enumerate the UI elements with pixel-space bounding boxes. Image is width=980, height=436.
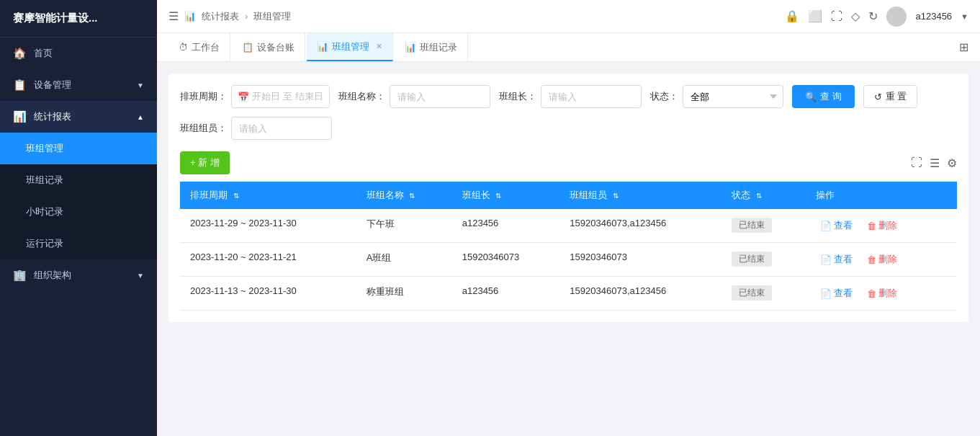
tab-workbench[interactable]: ⏱ 工作台: [168, 33, 230, 61]
sidebar-item-label: 设备管理: [34, 79, 71, 92]
refresh-icon[interactable]: ↻: [868, 9, 878, 23]
col-actions-label: 操作: [816, 190, 835, 200]
cell-members: 15920346073: [559, 243, 721, 277]
add-label: + 新 增: [190, 156, 220, 169]
reset-label: 重 置: [886, 90, 907, 103]
schedule-label: 排班周期：: [180, 90, 227, 103]
tab-close-icon[interactable]: ✕: [376, 42, 382, 51]
cell-actions: 📄 查看 🗑 删除: [806, 243, 957, 277]
tabs-grid-icon[interactable]: ⊞: [959, 40, 968, 54]
chevron-down-icon[interactable]: ▼: [961, 12, 968, 21]
sidebar-item-hour-record[interactable]: 小时记录: [0, 196, 157, 228]
delete-label: 删除: [878, 219, 897, 232]
cell-leader: a123456: [452, 209, 560, 243]
table-row: 2023-11-13 ~ 2023-11-30 称重班组 a123456 159…: [180, 277, 957, 311]
sidebar: 赛摩智能计量设... 🏠 首页 📋 设备管理 ▼ 📊 统计报表 ▲ 班组管理 班…: [0, 0, 157, 436]
sort-members-icon[interactable]: ⇅: [613, 192, 619, 200]
cell-name: 称重班组: [356, 277, 452, 311]
leader-input[interactable]: [541, 85, 642, 108]
leader-label: 班组长：: [499, 90, 536, 103]
view-label: 查看: [834, 219, 853, 232]
lock-icon[interactable]: 🔒: [785, 9, 799, 23]
tab-device-account[interactable]: 📋 设备台账: [232, 33, 305, 61]
header: ☰ 📊 统计报表 › 班组管理 🔒 ⬜ ⛶ ◇ ↻ a123456 ▼: [157, 0, 980, 33]
member-label: 班组组员：: [180, 122, 227, 135]
breadcrumb-separator: ›: [245, 11, 248, 22]
sidebar-item-home[interactable]: 🏠 首页: [0, 37, 157, 69]
sidebar-item-run-record[interactable]: 运行记录: [0, 228, 157, 259]
search-icon: 🔍: [805, 92, 817, 102]
add-button[interactable]: + 新 增: [180, 151, 230, 174]
sidebar-item-shift-record[interactable]: 班组记录: [0, 164, 157, 196]
breadcrumb-current-label: 班组管理: [253, 10, 291, 23]
col-actions: 操作: [806, 182, 957, 209]
tab-workbench-label: 工作台: [192, 41, 220, 54]
view-button[interactable]: 📄 查看: [816, 285, 857, 301]
cell-leader: a123456: [452, 277, 560, 311]
table-body: 2023-11-29 ~ 2023-11-30 下午班 a123456 1592…: [180, 209, 957, 311]
delete-button[interactable]: 🗑 删除: [863, 218, 902, 233]
user-name[interactable]: a123456: [915, 11, 952, 22]
name-label: 班组名称：: [338, 90, 385, 103]
name-input[interactable]: [390, 85, 490, 108]
breadcrumb-menu-icon[interactable]: ☰: [168, 9, 179, 23]
avatar: [886, 6, 907, 27]
col-schedule: 排班周期 ⇅: [180, 182, 356, 209]
expand-table-icon[interactable]: ⛶: [911, 156, 922, 169]
cell-status: 已结束: [721, 209, 806, 243]
col-members: 班组组员 ⇅: [559, 182, 721, 209]
status-select[interactable]: 全部 进行中 已结束: [683, 85, 783, 108]
sidebar-item-device-mgmt[interactable]: 📋 设备管理 ▼: [0, 69, 157, 101]
view-icon: 📄: [820, 221, 832, 231]
tab-shift-record[interactable]: 📊 班组记录: [395, 33, 468, 61]
member-input[interactable]: [231, 117, 332, 140]
cell-schedule: 2023-11-29 ~ 2023-11-30: [180, 209, 356, 243]
col-status-label: 状态: [732, 190, 750, 200]
sidebar-item-label: 首页: [34, 47, 53, 60]
sidebar-item-stats-report[interactable]: 📊 统计报表 ▲: [0, 101, 157, 133]
tab-device-account-label: 设备台账: [257, 41, 295, 54]
tab-shift-mgmt[interactable]: 📊 班组管理 ✕: [307, 33, 393, 61]
reset-button[interactable]: ↺ 重 置: [863, 85, 918, 108]
cell-actions: 📄 查看 🗑 删除: [806, 277, 957, 311]
cell-schedule: 2023-11-20 ~ 2023-11-21: [180, 243, 356, 277]
content-area: 排班周期： 📅 开始日 至 结束日 班组名称： 班组长：: [157, 62, 980, 436]
query-button[interactable]: 🔍 查 询: [792, 85, 855, 108]
diamond-icon[interactable]: ◇: [851, 9, 860, 23]
cell-name: A班组: [356, 243, 452, 277]
sidebar-item-shift-mgmt[interactable]: 班组管理: [0, 133, 157, 164]
cell-members: 15920346073,a123456: [559, 209, 721, 243]
query-label: 查 询: [820, 90, 842, 103]
columns-icon[interactable]: ☰: [930, 156, 940, 170]
col-members-label: 班组组员: [570, 190, 607, 200]
sort-status-icon[interactable]: ⇅: [756, 192, 762, 200]
sidebar-item-label: 组织架构: [34, 269, 71, 282]
settings-icon[interactable]: ⚙: [947, 156, 957, 170]
table-header-row: 排班周期 ⇅ 班组名称 ⇅ 班组长 ⇅: [180, 182, 957, 209]
date-range-picker[interactable]: 📅 开始日 至 结束日: [231, 85, 330, 108]
device-icon: 📋: [13, 79, 27, 92]
delete-button[interactable]: 🗑 删除: [863, 252, 902, 267]
status-badge: 已结束: [732, 285, 772, 301]
view-label: 查看: [834, 253, 853, 266]
col-name-label: 班组名称: [367, 190, 404, 200]
delete-button[interactable]: 🗑 删除: [863, 285, 902, 301]
main-panel: 排班周期： 📅 开始日 至 结束日 班组名称： 班组长：: [168, 74, 968, 322]
col-name: 班组名称 ⇅: [356, 182, 452, 209]
sidebar-item-org-structure[interactable]: 🏢 组织架构 ▼: [0, 259, 157, 291]
table-row: 2023-11-29 ~ 2023-11-30 下午班 a123456 1592…: [180, 209, 957, 243]
data-table: 排班周期 ⇅ 班组名称 ⇅ 班组长 ⇅: [180, 182, 957, 311]
sort-leader-icon[interactable]: ⇅: [495, 192, 501, 200]
col-schedule-label: 排班周期: [190, 190, 228, 200]
sidebar-sub-stats: 班组管理 班组记录 小时记录 运行记录: [0, 133, 157, 259]
filter-name: 班组名称：: [338, 85, 490, 108]
view-button[interactable]: 📄 查看: [816, 218, 857, 233]
window-icon[interactable]: ⬜: [808, 9, 822, 23]
sort-name-icon[interactable]: ⇅: [409, 192, 415, 200]
filter-member: 班组组员：: [180, 117, 332, 140]
view-button[interactable]: 📄 查看: [816, 252, 857, 267]
cell-leader: 15920346073: [452, 243, 560, 277]
sort-schedule-icon[interactable]: ⇅: [233, 192, 239, 200]
expand-icon[interactable]: ⛶: [831, 10, 842, 23]
reset-icon: ↺: [874, 92, 882, 102]
